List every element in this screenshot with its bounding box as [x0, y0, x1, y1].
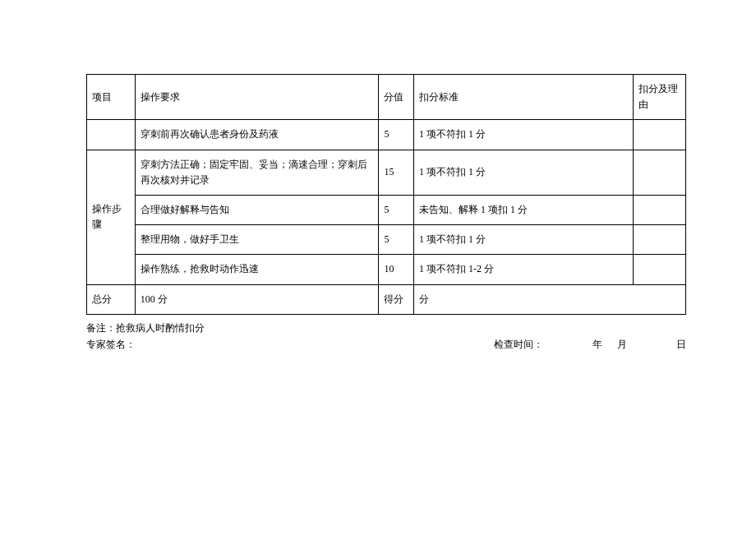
- cell-standard: 1 项不符扣 1-2 分: [414, 255, 634, 284]
- header-score: 分值: [379, 75, 414, 120]
- cell-requirement: 合理做好解释与告知: [135, 195, 379, 224]
- table-row: 操作熟练，抢救时动作迅速 10 1 项不符扣 1-2 分: [87, 255, 686, 284]
- cell-requirement: 操作熟练，抢救时动作迅速: [135, 255, 379, 284]
- header-project: 项目: [87, 75, 136, 120]
- cell-requirement: 穿刺方法正确；固定牢固、妥当；滴速合理；穿刺后再次核对并记录: [135, 150, 379, 195]
- header-standard: 扣分标准: [414, 75, 634, 120]
- cell-standard: 未告知、解释 1 项扣 1 分: [414, 195, 634, 224]
- cell-standard: 1 项不符扣 1 分: [414, 225, 634, 255]
- cell-total-value: 100 分: [135, 284, 379, 314]
- table-row: 操作步骤 穿刺方法正确；固定牢固、妥当；滴速合理；穿刺后再次核对并记录 15 1…: [87, 150, 686, 195]
- cell-project-steps: 操作步骤: [87, 150, 136, 284]
- day-label: 日: [676, 336, 686, 353]
- cell-score: 5: [379, 195, 414, 224]
- cell-score-label: 得分: [379, 284, 414, 314]
- header-requirement: 操作要求: [135, 75, 379, 120]
- cell-reason: [633, 120, 685, 150]
- table-total-row: 总分 100 分 得分 分: [87, 284, 686, 314]
- footer-sign-row: 专家签名： 检查时间：年月日: [86, 336, 686, 353]
- header-reason: 扣分及理由: [633, 75, 685, 120]
- table-row: 穿刺前再次确认患者身份及药液 5 1 项不符扣 1 分: [87, 120, 686, 150]
- cell-score: 15: [379, 150, 414, 195]
- footer-note: 备注：抢救病人时酌情扣分: [86, 320, 686, 336]
- table-header-row: 项目 操作要求 分值 扣分标准 扣分及理由: [87, 75, 686, 120]
- year-label: 年: [592, 336, 602, 353]
- cell-requirement: 穿刺前再次确认患者身份及药液: [135, 120, 379, 150]
- evaluation-table: 项目 操作要求 分值 扣分标准 扣分及理由 穿刺前再次确认患者身份及药液 5 1…: [86, 74, 686, 315]
- check-time-label: 检查时间：: [494, 336, 543, 353]
- cell-standard: 1 项不符扣 1 分: [414, 120, 634, 150]
- cell-reason: [633, 255, 685, 284]
- check-time: 检查时间：年月日: [494, 336, 686, 353]
- cell-total-label: 总分: [87, 284, 136, 314]
- cell-reason: [633, 150, 685, 195]
- cell-project-empty: [87, 120, 136, 150]
- cell-reason: [633, 225, 685, 255]
- cell-reason: [633, 195, 685, 224]
- table-row: 合理做好解释与告知 5 未告知、解释 1 项扣 1 分: [87, 195, 686, 224]
- month-label: 月: [617, 336, 627, 353]
- cell-score: 5: [379, 225, 414, 255]
- table-row: 整理用物，做好手卫生 5 1 项不符扣 1 分: [87, 225, 686, 255]
- footer-section: 备注：抢救病人时酌情扣分 专家签名： 检查时间：年月日: [86, 320, 686, 353]
- cell-score: 5: [379, 120, 414, 150]
- cell-score: 10: [379, 255, 414, 284]
- cell-score-value: 分: [414, 284, 686, 314]
- cell-standard: 1 项不符扣 1 分: [414, 150, 634, 195]
- cell-requirement: 整理用物，做好手卫生: [135, 225, 379, 255]
- expert-sign-label: 专家签名：: [86, 336, 136, 353]
